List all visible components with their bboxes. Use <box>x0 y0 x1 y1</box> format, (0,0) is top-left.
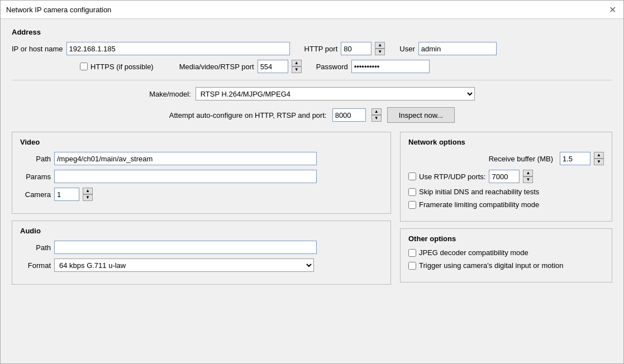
rtsp-port-down[interactable]: ▼ <box>292 66 302 73</box>
use-rtp-row: Use RTP/UDP ports: ▲ ▼ <box>408 170 604 183</box>
video-path-row: Path <box>20 152 383 165</box>
rtp-port-down[interactable]: ▼ <box>523 176 533 183</box>
title-bar: Network IP camera configuration ✕ <box>1 1 623 19</box>
address-label: Address <box>12 28 612 36</box>
http-port-down[interactable]: ▼ <box>375 49 385 55</box>
video-path-label: Path <box>20 155 51 163</box>
trigger-text: Trigger using camera's digital input or … <box>419 261 564 270</box>
network-options-section: Network options Receive buffer (MB) ▲ ▼ … <box>400 132 612 222</box>
inspect-button[interactable]: Inspect now... <box>387 107 455 123</box>
use-rtp-checkbox[interactable] <box>408 173 416 180</box>
main-layout: Video Path Params Camera ▲ ▼ <box>12 132 612 291</box>
video-params-row: Params <box>20 170 383 183</box>
autoconfigure-row: Attempt auto-configure on HTTP, RTSP and… <box>12 107 612 123</box>
audio-path-input[interactable] <box>54 241 317 254</box>
receive-buffer-row: Receive buffer (MB) ▲ ▼ <box>408 152 604 165</box>
address-row1: IP or host name HTTP port ▲ ▼ User <box>12 42 612 55</box>
receive-buffer-down[interactable]: ▼ <box>594 159 604 165</box>
receive-buffer-up[interactable]: ▲ <box>594 152 604 159</box>
audio-format-label: Format <box>20 261 51 270</box>
autoconfigure-port-input[interactable] <box>332 108 366 122</box>
trigger-row: Trigger using camera's digital input or … <box>408 261 604 270</box>
receive-buffer-spinner[interactable]: ▲ ▼ <box>594 152 604 165</box>
main-window: Network IP camera configuration ✕ Addres… <box>0 0 624 364</box>
camera-input[interactable] <box>54 188 79 201</box>
video-camera-label: Camera <box>20 190 51 199</box>
video-params-label: Params <box>20 173 51 181</box>
address-section: Address IP or host name HTTP port ▲ ▼ Us… <box>12 28 612 73</box>
http-port-up[interactable]: ▲ <box>375 42 385 49</box>
audio-label: Audio <box>20 227 383 235</box>
make-model-row: Make/model: RTSP H.264/MJPG/MPEG4 <box>12 87 612 100</box>
framerate-checkbox[interactable] <box>408 201 416 209</box>
rtp-port-spinner[interactable]: ▲ ▼ <box>523 170 533 183</box>
password-input[interactable] <box>351 60 430 73</box>
framerate-label[interactable]: Framerate limiting compatibility mode <box>408 200 539 209</box>
jpeg-decoder-label[interactable]: JPEG decoder compatibility mode <box>408 248 528 257</box>
autoconfigure-port-spinner[interactable]: ▲ ▼ <box>371 108 382 122</box>
camera-down[interactable]: ▼ <box>83 194 93 201</box>
framerate-text: Framerate limiting compatibility mode <box>419 200 539 209</box>
network-options-label: Network options <box>408 138 604 146</box>
ip-label: IP or host name <box>12 45 63 53</box>
rtp-port-input[interactable] <box>489 170 520 183</box>
audio-format-select[interactable]: 64 kbps G.711 u-law 128 kbps G.711 u-law… <box>54 258 314 272</box>
trigger-checkbox[interactable] <box>408 262 416 270</box>
video-section: Video Path Params Camera ▲ ▼ <box>12 132 391 214</box>
skip-dns-text: Skip initial DNS and reachability tests <box>419 188 539 196</box>
https-checkbox-label[interactable]: HTTPS (if possible) <box>80 63 154 71</box>
camera-up[interactable]: ▲ <box>83 188 93 194</box>
framerate-row: Framerate limiting compatibility mode <box>408 200 604 209</box>
audio-section: Audio Path Format 64 kbps G.711 u-law 12… <box>12 221 391 285</box>
close-button[interactable]: ✕ <box>607 4 618 15</box>
skip-dns-checkbox[interactable] <box>408 188 416 196</box>
http-port-label: HTTP port <box>304 45 338 53</box>
address-row2: HTTPS (if possible) Media/video/RTSP por… <box>12 60 612 73</box>
http-port-input[interactable] <box>341 42 371 55</box>
jpeg-decoder-checkbox[interactable] <box>408 249 416 257</box>
camera-spinner[interactable]: ▲ ▼ <box>83 188 93 201</box>
skip-dns-label[interactable]: Skip initial DNS and reachability tests <box>408 188 539 196</box>
window-title: Network IP camera configuration <box>6 6 111 14</box>
audio-path-row: Path <box>20 241 383 254</box>
rtsp-port-up[interactable]: ▲ <box>292 60 302 66</box>
video-camera-row: Camera ▲ ▼ <box>20 188 383 201</box>
audio-path-label: Path <box>20 243 51 252</box>
right-panel: Network options Receive buffer (MB) ▲ ▼ … <box>400 132 612 291</box>
trigger-label[interactable]: Trigger using camera's digital input or … <box>408 261 564 270</box>
make-model-select[interactable]: RTSP H.264/MJPG/MPEG4 <box>196 87 475 100</box>
ip-input[interactable] <box>66 42 290 55</box>
video-params-input[interactable] <box>54 170 317 183</box>
divider1 <box>12 80 612 80</box>
audio-format-row: Format 64 kbps G.711 u-law 128 kbps G.71… <box>20 258 383 272</box>
left-panel: Video Path Params Camera ▲ ▼ <box>12 132 391 291</box>
http-port-spinner[interactable]: ▲ ▼ <box>375 42 385 55</box>
https-label: HTTPS (if possible) <box>90 63 154 71</box>
password-label: Password <box>316 63 348 71</box>
other-options-section: Other options JPEG decoder compatibility… <box>400 228 612 282</box>
autoconfigure-label: Attempt auto-configure on HTTP, RTSP and… <box>169 111 327 119</box>
rtp-port-up[interactable]: ▲ <box>523 170 533 176</box>
user-input[interactable] <box>418 42 497 55</box>
skip-dns-row: Skip initial DNS and reachability tests <box>408 188 604 196</box>
user-label: User <box>399 45 415 53</box>
video-label: Video <box>20 138 383 146</box>
rtsp-port-input[interactable] <box>258 60 288 73</box>
video-path-input[interactable] <box>54 152 317 165</box>
receive-buffer-input[interactable] <box>560 152 590 165</box>
rtsp-port-spinner[interactable]: ▲ ▼ <box>292 60 302 73</box>
use-rtp-text: Use RTP/UDP ports: <box>419 173 485 181</box>
other-options-label: Other options <box>408 234 604 243</box>
jpeg-decoder-row: JPEG decoder compatibility mode <box>408 248 604 257</box>
use-rtp-label[interactable]: Use RTP/UDP ports: <box>408 173 485 181</box>
make-model-label: Make/model: <box>149 90 190 98</box>
rtsp-label: Media/video/RTSP port <box>179 63 254 71</box>
autoconfigure-port-down[interactable]: ▼ <box>371 115 382 122</box>
receive-buffer-label: Receive buffer (MB) <box>408 155 553 163</box>
jpeg-decoder-text: JPEG decoder compatibility mode <box>419 248 528 257</box>
https-checkbox[interactable] <box>80 63 88 70</box>
autoconfigure-port-up[interactable]: ▲ <box>371 108 382 115</box>
content-area: Address IP or host name HTTP port ▲ ▼ Us… <box>1 19 623 300</box>
